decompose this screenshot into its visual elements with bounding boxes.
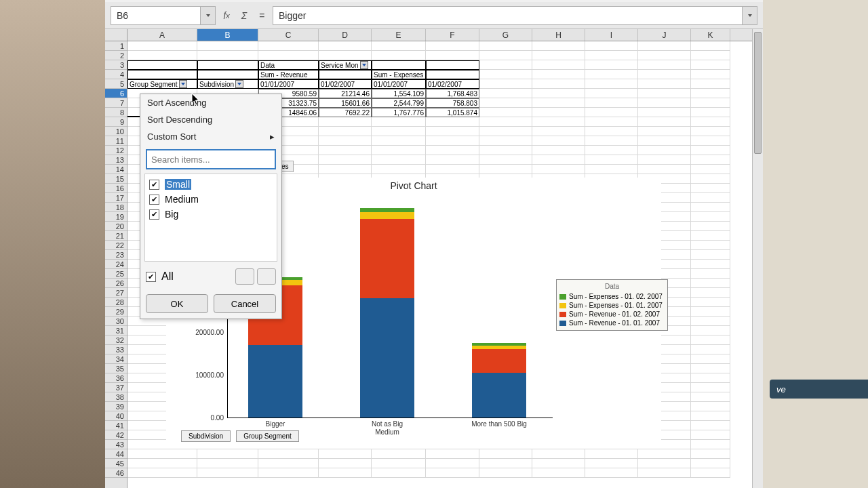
equals-icon[interactable]: = (255, 9, 269, 22)
cell[interactable] (372, 146, 426, 155)
cell[interactable] (127, 449, 197, 459)
checkbox-icon[interactable]: ✔ (149, 195, 159, 205)
cell[interactable] (638, 459, 691, 468)
row-header-46[interactable]: 46 (105, 468, 127, 478)
cell[interactable] (691, 288, 730, 298)
cell[interactable] (426, 70, 479, 79)
cell[interactable] (479, 127, 532, 136)
cell[interactable] (691, 345, 730, 354)
cell[interactable] (319, 165, 372, 174)
cell[interactable] (426, 41, 479, 51)
col-header-D[interactable]: D (319, 29, 372, 41)
cell[interactable] (691, 70, 730, 79)
cell[interactable]: 01/01/2007 (372, 79, 426, 89)
cell[interactable] (691, 317, 730, 326)
cell[interactable] (585, 155, 638, 165)
col-header-I[interactable]: I (585, 29, 638, 41)
cell[interactable] (532, 155, 585, 165)
col-header-C[interactable]: C (258, 29, 319, 41)
row-header-26[interactable]: 26 (105, 279, 127, 288)
row-header-20[interactable]: 20 (105, 222, 127, 231)
cell[interactable] (319, 146, 372, 155)
cell[interactable] (532, 165, 585, 174)
cell[interactable] (691, 468, 730, 478)
row-header-31[interactable]: 31 (105, 326, 127, 336)
cell[interactable] (479, 449, 532, 459)
row-header-36[interactable]: 36 (105, 373, 127, 383)
cell[interactable] (691, 411, 730, 421)
cell[interactable] (479, 468, 532, 478)
row-header-7[interactable]: 7 (105, 98, 127, 108)
cell[interactable]: 2,544.799 (372, 98, 426, 108)
cell[interactable] (691, 184, 730, 193)
cell[interactable] (479, 165, 532, 174)
row-header-43[interactable]: 43 (105, 440, 127, 449)
cell[interactable] (479, 108, 532, 117)
cell[interactable] (479, 98, 532, 108)
cell[interactable] (532, 70, 585, 79)
cell[interactable] (691, 193, 730, 203)
cell[interactable] (691, 174, 730, 184)
cell[interactable] (372, 51, 426, 60)
cell[interactable] (691, 79, 730, 89)
cell[interactable]: 758.803 (426, 98, 479, 108)
cell[interactable] (691, 51, 730, 60)
cell[interactable]: 1,767.776 (372, 108, 426, 117)
cell[interactable] (426, 51, 479, 60)
cell[interactable] (691, 298, 730, 307)
cell[interactable] (532, 79, 585, 89)
cell[interactable] (638, 89, 691, 98)
cell[interactable]: 15601.66 (319, 98, 372, 108)
cell[interactable] (691, 146, 730, 155)
cell[interactable] (691, 373, 730, 383)
cell[interactable] (532, 98, 585, 108)
checkbox-all[interactable]: ✔ (146, 272, 156, 282)
cell[interactable] (319, 459, 372, 468)
row-header-42[interactable]: 42 (105, 430, 127, 440)
cell[interactable] (691, 260, 730, 269)
cell[interactable] (532, 127, 585, 136)
cell[interactable] (479, 459, 532, 468)
cell[interactable] (426, 117, 479, 127)
cell[interactable] (691, 165, 730, 174)
cell[interactable]: Service Mon (319, 60, 372, 70)
row-header-37[interactable]: 37 (105, 383, 127, 392)
cell[interactable] (585, 146, 638, 155)
cell[interactable] (479, 79, 532, 89)
col-header-H[interactable]: H (532, 29, 585, 41)
cell[interactable] (691, 41, 730, 51)
cell[interactable] (372, 41, 426, 51)
cell[interactable] (691, 430, 730, 440)
cell[interactable] (691, 279, 730, 288)
cell[interactable] (479, 89, 532, 98)
axis-btn-subdivision[interactable]: Subdivision (181, 430, 231, 442)
row-header-15[interactable]: 15 (105, 174, 127, 184)
ok-button[interactable]: OK (146, 294, 208, 313)
cell[interactable] (258, 41, 319, 51)
cell[interactable] (585, 127, 638, 136)
cell[interactable] (585, 89, 638, 98)
cell[interactable] (532, 117, 585, 127)
cell[interactable] (585, 41, 638, 51)
row-header-3[interactable]: 3 (105, 60, 127, 70)
cell[interactable]: 01/02/2007 (426, 79, 479, 89)
cell[interactable] (197, 51, 258, 60)
cell[interactable] (691, 392, 730, 402)
cell[interactable] (426, 459, 479, 468)
cell[interactable] (197, 41, 258, 51)
cell[interactable] (127, 70, 197, 79)
row-header-33[interactable]: 33 (105, 345, 127, 354)
filter-item-medium[interactable]: ✔ Medium (148, 192, 274, 207)
cell[interactable] (691, 307, 730, 317)
cell[interactable] (532, 136, 585, 146)
cell[interactable] (585, 165, 638, 174)
cell[interactable] (585, 117, 638, 127)
cell[interactable] (691, 383, 730, 392)
cell[interactable] (319, 117, 372, 127)
fx-icon[interactable]: fx (220, 9, 233, 22)
checkbox-icon[interactable]: ✔ (149, 180, 159, 190)
cell[interactable] (638, 60, 691, 70)
cell[interactable] (426, 127, 479, 136)
cell[interactable] (372, 117, 426, 127)
cell[interactable] (319, 155, 372, 165)
